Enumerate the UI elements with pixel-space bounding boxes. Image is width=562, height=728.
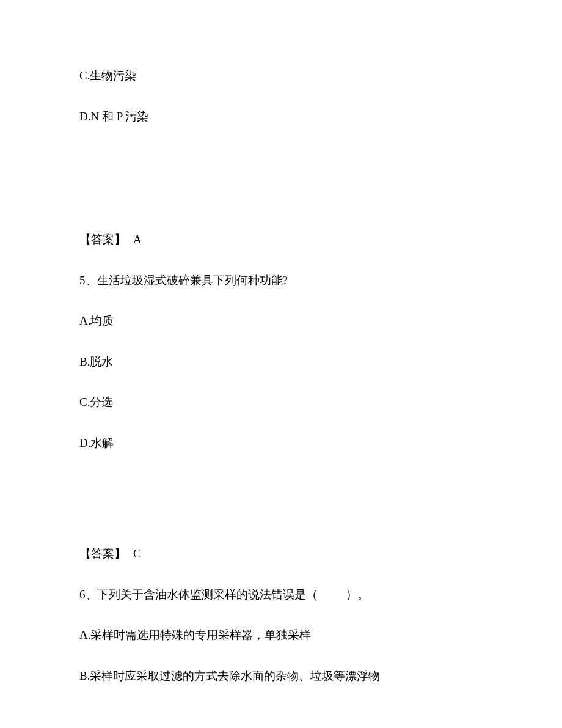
answer-label: 【答案】 (79, 233, 126, 246)
answer-letter: A (133, 233, 142, 246)
question-text-prefix: 下列关于含油水体监测采样的说法错误是（ (97, 588, 318, 601)
question-number: 5、 (79, 274, 97, 287)
question-5: 5、生活垃圾湿式破碎兼具下列何种功能? (79, 272, 483, 290)
document-page: C.生物污染 D.N 和 P 污染 【答案】A 5、生活垃圾湿式破碎兼具下列何种… (0, 0, 562, 728)
q6-option-b: B.采样时应采取过滤的方式去除水面的杂物、垃圾等漂浮物 (79, 667, 483, 685)
answer-block-2: 【答案】C (79, 545, 483, 563)
q5-option-d: D.水解 (79, 435, 483, 452)
q6-option-a: A.采样时需选用特殊的专用采样器，单独采样 (79, 627, 483, 644)
answer-letter: C (133, 547, 141, 560)
q5-option-b: B.脱水 (79, 353, 483, 371)
question-text-suffix: ）。 (346, 588, 369, 601)
q5-option-a: A.均质 (79, 312, 483, 330)
question-6: 6、下列关于含油水体监测采样的说法错误是（）。 (79, 586, 483, 604)
question-number: 6、 (79, 588, 97, 601)
q5-option-c: C.分选 (79, 394, 483, 411)
question-text: 生活垃圾湿式破碎兼具下列何种功能? (97, 274, 288, 287)
option-c-bio: C.生物污染 (79, 67, 483, 85)
answer-block-1: 【答案】A (79, 231, 483, 249)
answer-label: 【答案】 (79, 547, 126, 560)
option-d-np: D.N 和 P 污染 (79, 108, 483, 126)
